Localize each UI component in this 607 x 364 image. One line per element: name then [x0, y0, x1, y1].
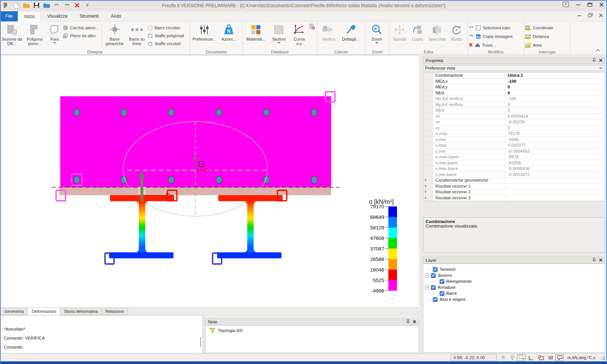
tab-file[interactable]: File: [0, 11, 18, 21]
tab-deformazioni[interactable]: Deformazioni: [28, 308, 60, 315]
poligono-pieno-button[interactable]: Poligono pieno...: [23, 23, 47, 49]
tooltip-status-button[interactable]: [555, 354, 564, 361]
property-row[interactable]: MEd,y0: [423, 84, 605, 90]
copia-immagine-button[interactable]: Copia immagine: [476, 34, 513, 39]
property-row[interactable]: MEd,x-100: [423, 79, 605, 85]
redo-small-button[interactable]: [469, 34, 474, 39]
ribbon-display-options-button[interactable]: [563, 2, 569, 9]
expand-icon[interactable]: [425, 185, 427, 188]
concrete-slab[interactable]: [60, 96, 331, 187]
layer-item-armature[interactable]: Armature: [425, 284, 455, 290]
tab-visualizza[interactable]: Visualizza: [41, 11, 73, 21]
property-group-row[interactable]: Risultati sezione 2: [423, 189, 605, 195]
pin-icon[interactable]: [406, 319, 410, 325]
staffe-poligonali-button[interactable]: Staffe poligonali: [148, 32, 189, 39]
layers-status-button[interactable]: [499, 354, 507, 361]
tab-aiuto[interactable]: Aiuto: [105, 11, 127, 21]
expand-icon[interactable]: [425, 190, 427, 193]
pin-icon[interactable]: [592, 258, 596, 263]
resize-grip[interactable]: [600, 355, 605, 361]
note-item[interactable]: Tipologia 0/0: [206, 326, 418, 333]
dettagli-button[interactable]: Dettagli...: [339, 23, 362, 49]
close-button[interactable]: [599, 2, 604, 9]
new-file-button[interactable]: [12, 2, 20, 9]
preferenze-button[interactable]: Preferenze...: [191, 23, 218, 49]
zoom-button[interactable]: Zoom: [366, 23, 387, 49]
property-row[interactable]: CombinazioneUnica 1: [423, 73, 605, 79]
close-icon[interactable]: [413, 320, 416, 324]
tab-relazione[interactable]: Relazione: [102, 308, 128, 315]
staffe-circolari-button[interactable]: Staffe circolari: [148, 40, 189, 47]
sezione-da-db-button[interactable]: Sezione da DB...: [1, 23, 23, 49]
import-button[interactable]: [43, 2, 50, 9]
redo-button[interactable]: [63, 2, 71, 9]
db-remove-icon[interactable]: [309, 23, 315, 32]
barre-generiche-button[interactable]: Barre generiche: [103, 23, 126, 49]
sezioni-dropdown-arrow[interactable]: [277, 42, 280, 44]
foro-button[interactable]: Foro: [47, 23, 63, 49]
property-group-row[interactable]: Caratteristiche geometriche: [423, 177, 605, 184]
close-icon[interactable]: [599, 58, 602, 63]
doc-close-button[interactable]: [599, 12, 603, 19]
tab-storia-deformativa[interactable]: Storia deformativa: [60, 308, 102, 315]
layer-item-sezioni[interactable]: Sezioni: [425, 272, 452, 278]
checkbox-checked-icon[interactable]: [440, 279, 444, 284]
azioni-button[interactable]: N Azioni...: [218, 23, 240, 49]
pin-icon[interactable]: [592, 58, 596, 63]
layer-item-assi-e-origine[interactable]: Assi e origine: [427, 296, 466, 302]
doc-restore-button[interactable]: [588, 12, 593, 19]
maximize-button[interactable]: [587, 2, 592, 9]
checkbox-checked-icon[interactable]: [433, 297, 438, 302]
view-preferences-combo[interactable]: Preferenze vista: [423, 65, 605, 71]
expand-icon[interactable]: [425, 196, 427, 199]
materiali-button[interactable]: Materiali...: [243, 23, 268, 49]
steel-beam-left[interactable]: [109, 195, 174, 258]
sezioni-button[interactable]: Sezioni: [268, 23, 289, 49]
minimize-button[interactable]: [576, 2, 581, 9]
checkbox-checked-icon[interactable]: [431, 273, 436, 278]
area-button[interactable]: Area: [525, 41, 569, 49]
drawing-canvas[interactable]: G σ [kN/m²]: [1, 55, 419, 307]
open-button[interactable]: [23, 2, 30, 9]
command-scrollbar[interactable]: [200, 337, 201, 347]
property-group-row[interactable]: Risultati sezione 3: [423, 195, 605, 201]
checkbox-checked-icon[interactable]: [431, 285, 436, 290]
save-button[interactable]: [33, 2, 40, 9]
command-panel[interactable]: *Annullato* Comando: VERIFICA Comando:: [1, 315, 202, 353]
checkbox-checked-icon[interactable]: [433, 267, 438, 272]
add-selection-status-button[interactable]: [517, 354, 525, 361]
collapse-icon[interactable]: [425, 285, 429, 290]
curva-sigma-eps-button[interactable]: Curva σ-ε: [289, 23, 309, 49]
snap-rect-status-button[interactable]: [537, 354, 545, 361]
checkbox-checked-icon[interactable]: [440, 291, 444, 296]
expand-icon[interactable]: [425, 179, 427, 182]
property-row[interactable]: NEd0: [423, 90, 605, 96]
property-group-row[interactable]: Risultati sezione 1: [423, 184, 605, 190]
tab-inizio[interactable]: Inizio: [18, 11, 41, 21]
ortho-status-button[interactable]: [527, 354, 535, 361]
pieno-da-altro-button[interactable]: Pieno da altro: [63, 32, 101, 39]
barre-su-linea-button[interactable]: Barre su linea: [126, 23, 148, 49]
tab-strumenti[interactable]: Strumenti: [73, 11, 105, 21]
bottom-splitter[interactable]: [202, 315, 205, 353]
layer-item-tensioni[interactable]: Tensioni: [427, 266, 455, 272]
distanza-button[interactable]: Distanza: [525, 33, 569, 40]
zoom-dropdown-arrow[interactable]: [375, 42, 378, 44]
foro-dropdown-arrow[interactable]: [53, 42, 56, 44]
collapse-icon[interactable]: [425, 273, 429, 278]
undo-button[interactable]: [53, 2, 61, 9]
doc-minimize-button[interactable]: [577, 12, 582, 19]
lightbulb-status-button[interactable]: [508, 354, 516, 361]
coordinate-button[interactable]: XYZ Coordinate: [525, 24, 569, 31]
steel-beam-right[interactable]: [217, 195, 283, 258]
layer-item-riempimento[interactable]: Riempimento: [433, 278, 472, 284]
cerchio-pieno-button[interactable]: Cerchio pieno...: [63, 24, 101, 31]
trova-button[interactable]: Trova...: [475, 43, 496, 47]
tab-geometria[interactable]: Geometria: [1, 308, 28, 315]
cancel-small-button[interactable]: [469, 42, 473, 48]
barre-circolari-button[interactable]: Barre circolari: [148, 24, 189, 31]
close-icon[interactable]: [599, 258, 602, 262]
seleziona-tutto-button[interactable]: Seleziona tutto: [476, 25, 510, 30]
grid-status-button[interactable]: [546, 354, 555, 361]
layer-item-barre[interactable]: Barre: [433, 290, 457, 296]
